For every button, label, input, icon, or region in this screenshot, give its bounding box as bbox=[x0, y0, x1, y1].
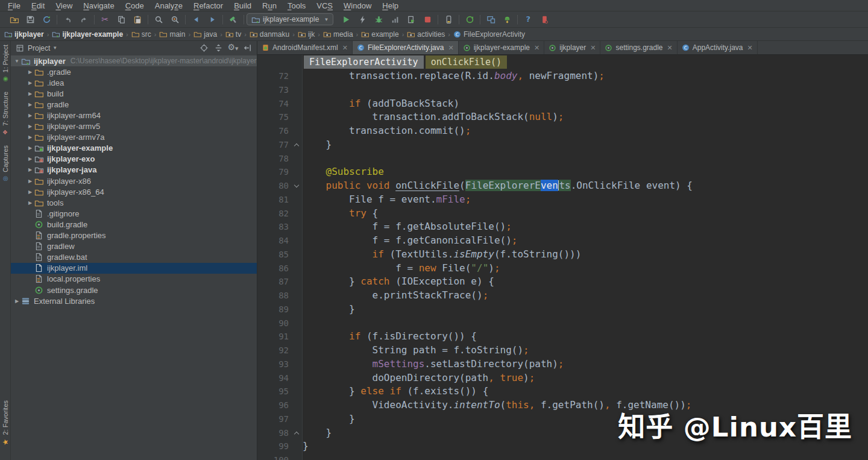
chevron-right-icon[interactable]: ▶ bbox=[27, 134, 33, 140]
help-icon[interactable]: ? bbox=[523, 14, 533, 24]
chevron-right-icon[interactable]: ▶ bbox=[27, 189, 33, 195]
find-icon[interactable] bbox=[154, 14, 163, 24]
tab-ijkplayer-example[interactable]: ijkplayer-example ✕ bbox=[459, 41, 545, 54]
tree-item-build[interactable]: ▶build bbox=[11, 88, 257, 99]
breadcrumb-item-tv[interactable]: tv bbox=[225, 30, 242, 39]
tab-fileexploreractivity-java[interactable]: C FileExplorerActivity.java ✕ bbox=[353, 41, 459, 54]
debug-icon[interactable] bbox=[374, 14, 383, 24]
chevron-right-icon[interactable]: ▶ bbox=[27, 167, 33, 172]
code-line-87[interactable]: } catch (IOException e) { bbox=[303, 275, 868, 289]
profiler-icon[interactable] bbox=[539, 14, 549, 24]
code-line-94[interactable]: doOpenDirectory(path, true); bbox=[303, 371, 868, 385]
tree-item-ijkplayer[interactable]: ▼ijkplayerC:\Users\hasee\Desktop\ijkplay… bbox=[11, 55, 257, 66]
chevron-down-icon[interactable]: ▼ bbox=[14, 58, 20, 64]
chevron-right-icon[interactable]: ▶ bbox=[27, 178, 33, 184]
tree-item-ijkplayer-armv5[interactable]: ▶ijkplayer-armv5 bbox=[11, 121, 257, 132]
code-line-85[interactable]: if (TextUtils.isEmpty(f.toString())) bbox=[303, 248, 868, 262]
code-line-80[interactable]: public void onClickFile(FileExplorerEven… bbox=[303, 179, 868, 193]
menu-item-vcs[interactable]: VCS bbox=[311, 1, 338, 10]
tool-window-button-captures[interactable]: ◎Captures bbox=[2, 145, 9, 182]
menu-item-file[interactable]: File bbox=[2, 1, 26, 10]
code-line-72[interactable]: transaction.replace(R.id.body, newFragme… bbox=[303, 69, 868, 83]
code-line-89[interactable]: } bbox=[303, 303, 868, 317]
tree-item-ijkplayer-arm64[interactable]: ▶ijkplayer-arm64 bbox=[11, 110, 257, 121]
tree-item-gitignore[interactable]: .gitignore bbox=[11, 208, 257, 219]
sync-icon[interactable] bbox=[42, 14, 51, 24]
tree-item-ijkplayer-iml[interactable]: ijkplayer.iml bbox=[11, 263, 257, 274]
chevron-right-icon[interactable]: ▶ bbox=[27, 80, 33, 86]
code-line-90[interactable] bbox=[303, 317, 868, 330]
tree-item-tools[interactable]: ▶tools bbox=[11, 197, 257, 208]
chevron-right-icon[interactable]: ▶ bbox=[27, 113, 33, 118]
code-line-81[interactable]: File f = event.mFile; bbox=[303, 193, 868, 207]
stop-icon[interactable] bbox=[423, 14, 432, 24]
tree-item-settings-gradle[interactable]: settings.gradle bbox=[11, 285, 257, 295]
gradle-sync-icon[interactable] bbox=[465, 14, 474, 24]
code-line-77[interactable]: } bbox=[303, 138, 868, 152]
close-icon[interactable]: ✕ bbox=[747, 44, 753, 52]
replace-icon[interactable] bbox=[170, 14, 180, 24]
breadcrumb-item-src[interactable]: src bbox=[131, 30, 152, 39]
tab-ijkplayer[interactable]: ijkplayer ✕ bbox=[544, 41, 600, 54]
avd-manager-icon[interactable] bbox=[444, 14, 453, 24]
menu-item-build[interactable]: Build bbox=[228, 1, 257, 10]
breadcrumb-item-java[interactable]: java bbox=[193, 30, 218, 39]
menu-item-navigate[interactable]: Navigate bbox=[78, 1, 119, 10]
menu-item-analyze[interactable]: Analyze bbox=[149, 1, 188, 10]
tree-item-gradlew-bat[interactable]: gradlew.bat bbox=[11, 252, 257, 263]
tree-item-idea[interactable]: ▶.idea bbox=[11, 77, 257, 88]
collapse-all-icon[interactable] bbox=[214, 43, 223, 52]
tree-item-ijkplayer-armv7a[interactable]: ▶ijkplayer-armv7a bbox=[11, 132, 257, 143]
tree-item-gradle[interactable]: ▶gradle bbox=[11, 99, 257, 110]
tree-item-build-gradle[interactable]: build.gradle bbox=[11, 219, 257, 230]
chevron-right-icon[interactable]: ▶ bbox=[27, 200, 33, 206]
code-line-79[interactable]: @Subscribe bbox=[303, 165, 868, 179]
code-line-78[interactable] bbox=[303, 152, 868, 166]
code-line-86[interactable]: f = new File("/"); bbox=[303, 262, 868, 276]
code-line-74[interactable]: if (addToBackStack) bbox=[303, 97, 868, 111]
copy-icon[interactable] bbox=[116, 14, 126, 24]
tab-appactivity-java[interactable]: C AppActivity.java ✕ bbox=[678, 41, 758, 54]
back-icon[interactable] bbox=[191, 14, 201, 24]
code-line-93[interactable]: mSettings.setLastDirectory(path); bbox=[303, 358, 868, 371]
code-line-84[interactable]: f = f.getCanonicalFile(); bbox=[303, 234, 868, 248]
chevron-right-icon[interactable]: ▶ bbox=[27, 91, 33, 96]
forward-icon[interactable] bbox=[207, 14, 217, 24]
code-line-100[interactable] bbox=[303, 453, 868, 460]
cut-icon[interactable]: ✂ bbox=[100, 14, 110, 24]
menu-item-tools[interactable]: Tools bbox=[282, 1, 311, 10]
device-monitor-icon[interactable] bbox=[486, 14, 495, 24]
tool-window-button-7-structure[interactable]: ❖7: Structure bbox=[2, 92, 9, 136]
close-icon[interactable]: ✕ bbox=[342, 44, 348, 52]
tree-item-gradle[interactable]: ▶.gradle bbox=[11, 66, 257, 77]
breadcrumb-item-example[interactable]: example bbox=[360, 30, 399, 39]
chevron-right-icon[interactable]: ▶ bbox=[27, 102, 33, 107]
tree-item-gradlew[interactable]: gradlew bbox=[11, 241, 257, 252]
tab-settings-gradle[interactable]: settings.gradle ✕ bbox=[600, 41, 677, 54]
menu-item-code[interactable]: Code bbox=[120, 1, 149, 10]
undo-icon[interactable] bbox=[63, 14, 72, 24]
menu-item-run[interactable]: Run bbox=[257, 1, 282, 10]
code-line-91[interactable]: if (f.isDirectory()) { bbox=[303, 330, 868, 344]
close-icon[interactable]: ✕ bbox=[534, 44, 539, 52]
tab-androidmanifest-xml[interactable]: AndroidManifest.xml ✕ bbox=[257, 41, 353, 54]
breadcrumb-item-main[interactable]: main bbox=[159, 30, 186, 39]
run-configuration-select[interactable]: ijkplayer-example ▼ bbox=[247, 13, 333, 25]
attach-icon[interactable] bbox=[406, 14, 416, 24]
menu-item-edit[interactable]: Edit bbox=[26, 1, 50, 10]
code-line-92[interactable]: String path = f.toString(); bbox=[303, 344, 868, 358]
coverage-icon[interactable] bbox=[357, 14, 367, 24]
menu-item-refactor[interactable]: Refactor bbox=[188, 1, 228, 10]
close-icon[interactable]: ✕ bbox=[590, 44, 596, 52]
redo-icon[interactable] bbox=[79, 14, 89, 24]
chevron-right-icon[interactable]: ▶ bbox=[14, 298, 20, 304]
breadcrumb-item-ijk[interactable]: ijk bbox=[297, 30, 315, 39]
chevron-right-icon[interactable]: ▶ bbox=[27, 156, 33, 162]
fold-marker-icon[interactable] bbox=[294, 430, 300, 436]
breadcrumb-item-ijkplayer[interactable]: ijkplayer bbox=[4, 30, 45, 39]
menu-item-view[interactable]: View bbox=[50, 1, 78, 10]
code-line-76[interactable]: transaction.commit(); bbox=[303, 124, 868, 138]
chevron-right-icon[interactable]: ▶ bbox=[27, 69, 33, 75]
breadcrumb-item-activities[interactable]: activities bbox=[406, 30, 445, 39]
tree-item-ijkplayer-x86[interactable]: ▶ijkplayer-x86 bbox=[11, 175, 257, 186]
